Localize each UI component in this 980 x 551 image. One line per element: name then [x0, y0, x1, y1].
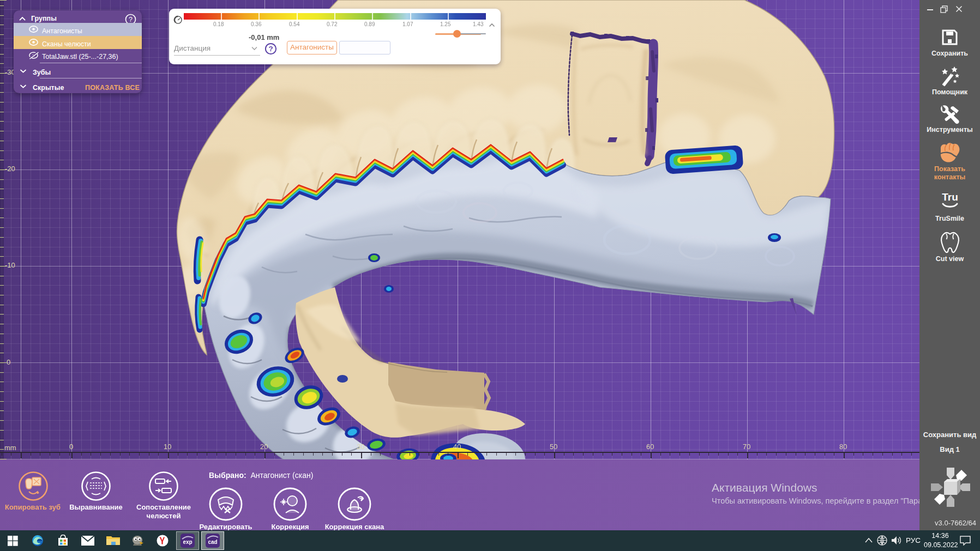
svg-text:Tru: Tru — [942, 191, 958, 203]
svg-text:cad: cad — [208, 539, 217, 545]
svg-text:?: ? — [268, 45, 273, 53]
svg-text:exp: exp — [183, 539, 192, 545]
svg-text:?: ? — [129, 16, 133, 23]
